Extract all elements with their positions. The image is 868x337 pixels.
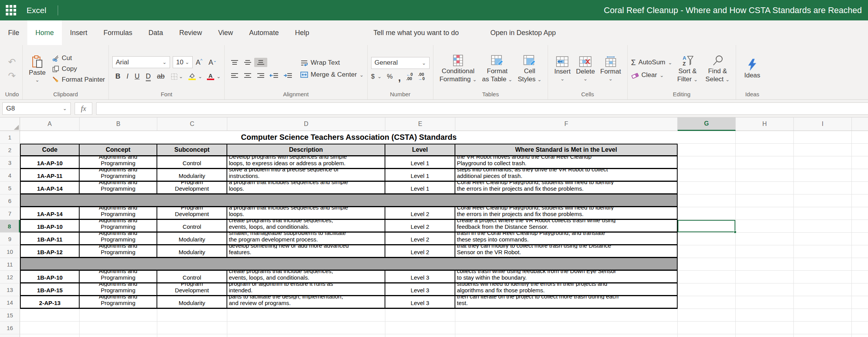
cell-I10[interactable] xyxy=(794,245,852,258)
cell-D9[interactable]: smaller, manageable subproblems to facil… xyxy=(227,233,385,245)
table-header-code[interactable]: Code xyxy=(20,144,80,156)
cell-C12[interactable]: Control xyxy=(157,271,227,283)
cell-D4[interactable]: solve a problem into a precise sequence … xyxy=(227,169,385,182)
cell-I11[interactable] xyxy=(794,258,852,271)
cell-F15[interactable] xyxy=(455,309,678,322)
format-painter-button[interactable]: Format Painter xyxy=(52,76,105,84)
column-header-D[interactable]: D xyxy=(227,117,385,131)
double-underline-button[interactable]: D xyxy=(146,72,151,81)
row-header-1[interactable]: 1 xyxy=(0,131,20,144)
cell-E3[interactable]: Level 1 xyxy=(385,156,455,169)
row-header-6[interactable]: 6 xyxy=(0,194,20,207)
cell-G9[interactable] xyxy=(678,233,736,245)
cell-H16[interactable] xyxy=(736,322,794,334)
row-header-14[interactable]: 14 xyxy=(0,296,20,309)
tab-home[interactable]: Home xyxy=(27,20,62,45)
cell-G1[interactable] xyxy=(678,131,736,144)
cell-F10[interactable]: that they can modify to collect more tra… xyxy=(455,245,678,258)
percent-format-button[interactable]: % xyxy=(387,73,393,80)
cell-A17[interactable] xyxy=(20,334,80,337)
cell-C16[interactable] xyxy=(157,322,227,334)
row-header-16[interactable]: 16 xyxy=(0,322,20,334)
separator-row-6[interactable] xyxy=(20,194,678,207)
table-header-concept[interactable]: Concept xyxy=(80,144,157,156)
cell-B5[interactable]: Algorithms andProgramming xyxy=(80,182,157,194)
cell-I9[interactable] xyxy=(794,233,852,245)
cell-D15[interactable] xyxy=(227,309,385,322)
cell-A9[interactable]: 1B-AP-11 xyxy=(20,233,80,245)
cell-A13[interactable]: 1B-AP-15 xyxy=(20,283,80,296)
top-align-button[interactable] xyxy=(228,58,241,67)
cell-I2[interactable] xyxy=(794,144,852,156)
align-left-button[interactable] xyxy=(228,71,241,80)
tab-formulas[interactable]: Formulas xyxy=(95,20,140,45)
cell-G5[interactable] xyxy=(678,182,736,194)
cell-C9[interactable]: Modularity xyxy=(157,233,227,245)
tab-view[interactable]: View xyxy=(210,20,241,45)
tab-data[interactable]: Data xyxy=(140,20,171,45)
decrease-font-size-button[interactable]: A⌄ xyxy=(205,57,220,67)
row-header-12[interactable]: 12 xyxy=(0,271,20,283)
cell-G2[interactable] xyxy=(678,144,736,156)
cell-B14[interactable]: Algorithms andProgramming xyxy=(80,296,157,309)
cell-D7[interactable]: a program that includes sequences and si… xyxy=(227,207,385,220)
cell-E16[interactable] xyxy=(385,322,455,334)
ideas-button[interactable]: Ideas xyxy=(740,59,765,79)
table-header-description[interactable]: Description xyxy=(227,144,385,156)
strikethrough-button[interactable]: ab xyxy=(154,72,168,81)
column-header-H[interactable]: H xyxy=(736,117,794,131)
row-header-5[interactable]: 5 xyxy=(0,182,20,194)
row-header-9[interactable]: 9 xyxy=(0,233,20,245)
cell-E15[interactable] xyxy=(385,309,455,322)
font-name-select[interactable]: Arial ⌄ xyxy=(112,56,170,68)
cell-F3[interactable]: the VR Robot moves around the Coral Reef… xyxy=(455,156,678,169)
cell-E8[interactable]: Level 2 xyxy=(385,220,455,233)
decrease-indent-button[interactable] xyxy=(267,71,281,80)
cell-H2[interactable] xyxy=(736,144,794,156)
cell-F13[interactable]: students will need to identify the error… xyxy=(455,283,678,296)
copy-button[interactable]: Copy xyxy=(52,65,105,73)
column-header-G[interactable]: G xyxy=(678,117,736,131)
comma-format-button[interactable]: , xyxy=(398,72,401,80)
cell-A12[interactable]: 1B-AP-10 xyxy=(20,271,80,283)
cell-I5[interactable] xyxy=(794,182,852,194)
find-select-button[interactable]: Find & Select ⌄ xyxy=(703,55,732,83)
wrap-text-button[interactable]: Wrap Text xyxy=(300,59,364,67)
cell-F12[interactable]: collects trash while using feedback from… xyxy=(455,271,678,283)
cell-I6[interactable] xyxy=(794,194,852,207)
cell-G6[interactable] xyxy=(678,194,736,207)
cell-D5[interactable]: a program that includes sequences and si… xyxy=(227,182,385,194)
cell-F5[interactable]: Coral Reef Cleanup Playground, students … xyxy=(455,182,678,194)
cell-B4[interactable]: Algorithms andProgramming xyxy=(80,169,157,182)
cell-B12[interactable]: Algorithms andProgramming xyxy=(80,271,157,283)
cell-E4[interactable]: Level 1 xyxy=(385,169,455,182)
bold-button[interactable]: B xyxy=(112,72,123,81)
cell-D3[interactable]: Develop programs with sequences and simp… xyxy=(227,156,385,169)
format-cells-button[interactable]: Format ⌄ xyxy=(598,56,624,81)
cell-A15[interactable] xyxy=(20,309,80,322)
cell-I16[interactable] xyxy=(794,322,852,334)
cell-I14[interactable] xyxy=(794,296,852,309)
cell-E12[interactable]: Level 3 xyxy=(385,271,455,283)
paste-button[interactable]: Paste ⌄ xyxy=(26,55,48,82)
cell-I8[interactable] xyxy=(794,220,852,233)
cell-E5[interactable]: Level 1 xyxy=(385,182,455,194)
cell-B8[interactable]: Algorithms andProgramming xyxy=(80,220,157,233)
cell-A7[interactable]: 1A-AP-14 xyxy=(20,207,80,220)
cell-C10[interactable]: Modularity xyxy=(157,245,227,258)
cell-I3[interactable] xyxy=(794,156,852,169)
cell-H6[interactable] xyxy=(736,194,794,207)
cell-G16[interactable] xyxy=(678,322,736,334)
cell-H11[interactable] xyxy=(736,258,794,271)
row-header-11[interactable]: 11 xyxy=(0,258,20,271)
cell-C7[interactable]: ProgramDevelopment xyxy=(157,207,227,220)
tab-help[interactable]: Help xyxy=(287,20,317,45)
cell-G11[interactable] xyxy=(678,258,736,271)
font-color-button[interactable]: A xyxy=(205,73,217,80)
tab-file[interactable]: File xyxy=(0,20,27,45)
tell-me-box[interactable]: Tell me what you want to do xyxy=(365,20,467,45)
cell-styles-button[interactable]: Cell Styles ⌄ xyxy=(515,55,544,83)
row-header-10[interactable]: 10 xyxy=(0,245,20,258)
cell-C14[interactable]: Modularity xyxy=(157,296,227,309)
row-header-13[interactable]: 13 xyxy=(0,283,20,296)
